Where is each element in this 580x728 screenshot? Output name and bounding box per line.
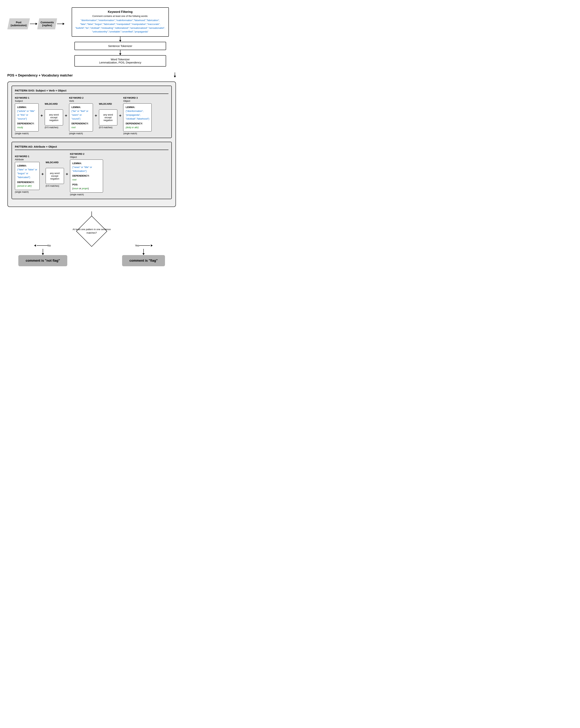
arrow-comments-to-filter bbox=[57, 24, 64, 24]
svo-kw3-lemma-label: LEMMA: bbox=[126, 106, 135, 108]
connector-2 bbox=[119, 50, 121, 55]
svo-keyword3-block: KEYWORD 3 Object LEMMA: {"disinformation… bbox=[123, 97, 152, 135]
not-flag-box: comment is "not flag" bbox=[18, 255, 67, 266]
ao-kw2-dep-value-2: {noun or propn} bbox=[72, 187, 89, 190]
arrow-left bbox=[34, 244, 36, 246]
ao-kw2-footer: (single match) bbox=[70, 193, 84, 196]
svo-wc2-footer: (0-5 matches) bbox=[99, 126, 112, 129]
yes-label-row: Yes bbox=[134, 244, 153, 247]
connector-no bbox=[42, 249, 44, 255]
svo-kw3-footer: (single match) bbox=[123, 132, 137, 135]
ao-plus-1: + bbox=[42, 172, 44, 177]
no-label: No bbox=[48, 244, 51, 247]
svo-wildcard2-block: WILDCARD any word except negation (0-5 m… bbox=[99, 103, 117, 129]
ao-wc1-inner: any word except negation bbox=[46, 168, 64, 184]
no-label-row: No bbox=[34, 244, 52, 247]
v-arrow-2 bbox=[119, 53, 121, 55]
connector-yes bbox=[142, 249, 144, 255]
keyword-filter-keywords: "disinformation","misinformation","malin… bbox=[75, 19, 165, 34]
ao-pattern-box: PATTERN AO: Attribute + Object KEYWORD 1… bbox=[11, 142, 172, 199]
ao-wc1-spacer bbox=[46, 164, 46, 167]
decision-diamond: At least one pattern in one sentence mat… bbox=[66, 218, 117, 244]
svo-kw1-dep-label: DEPENDENCY: bbox=[17, 122, 36, 126]
arrow-right bbox=[151, 244, 153, 246]
ao-kw2-dep-value-1: root bbox=[72, 178, 76, 181]
flag-box: comment is "flag" bbox=[122, 255, 165, 266]
svo-kw1-bold-label: KEYWORD 1 bbox=[15, 97, 29, 99]
svo-pattern-box: PATTERN SVO: Subject + Verb + Object KEY… bbox=[11, 86, 172, 138]
pos-arrow bbox=[174, 73, 176, 78]
main-container: PATTERN SVO: Subject + Verb + Object KEY… bbox=[7, 81, 176, 207]
svo-plus-4: + bbox=[119, 113, 122, 118]
ao-kw1-lemma-label: LEMMA: bbox=[17, 164, 27, 167]
ao-kw1-dep-label: DEPENDENCY: bbox=[17, 180, 37, 184]
svo-kw1-footer: (single match) bbox=[15, 132, 29, 135]
sentence-tokenizer-box: Sentence Tokenizer bbox=[74, 42, 166, 50]
svo-wc1-footer: (0-5 matches) bbox=[45, 126, 58, 129]
ao-pattern-row: KEYWORD 1 Attribute LEMMA: {"fake" or "f… bbox=[15, 153, 168, 196]
svo-plus-1: + bbox=[41, 113, 43, 118]
ao-plus-2: + bbox=[66, 172, 68, 177]
pos-label: POS + Dependency + Vocabulary matcher bbox=[7, 74, 73, 77]
keyword-filter-box: Keyword Filtering Comment contains at le… bbox=[72, 7, 169, 37]
post-box: Post (submission) bbox=[7, 18, 30, 29]
svo-plus-2: + bbox=[65, 113, 67, 118]
svo-kw3-dep-value: {dobj or attr} bbox=[126, 126, 138, 129]
pos-section: POS + Dependency + Vocabulary matcher bbox=[7, 70, 176, 80]
keyword-filter-title: Keyword Filtering bbox=[75, 10, 165, 14]
ao-kw2-inner: LEMMA: {"news" or "title" or"information… bbox=[70, 159, 103, 192]
v-arrow-1 bbox=[119, 40, 121, 42]
svo-kw1-label: Subject bbox=[15, 100, 23, 102]
svo-wc1-label: WILDCARD bbox=[45, 103, 58, 105]
ao-kw1-footer: (single match) bbox=[15, 191, 29, 193]
svo-keyword2-block: KEYWORD 2 Verb LEMMA: {"be" or "feel" or… bbox=[69, 97, 93, 135]
h-line-left bbox=[37, 245, 48, 246]
ao-kw1-lemma-values: {"fake" or "false" or"bogus" or"fabricat… bbox=[17, 168, 37, 179]
outcomes-row: No comment is "not flag" Yes bbox=[18, 244, 165, 266]
ao-kw2-lemma-values: {"news" or "title" or"information"} bbox=[72, 166, 92, 172]
ao-keyword2-block: KEYWORD 2 Object LEMMA: {"news" or "titl… bbox=[70, 153, 103, 196]
ao-wc1-footer: (0-5 matches) bbox=[46, 185, 59, 187]
h-line-right bbox=[139, 245, 150, 246]
svo-wc1-spacer bbox=[45, 106, 46, 108]
svo-kw2-dep-label: DEPENDENCY: bbox=[72, 122, 90, 126]
ao-pattern-title: PATTERN AO: Attribute + Object bbox=[15, 145, 168, 150]
svo-kw2-lemma-values: {"be" or "feel" or"seem" or"sound"} bbox=[72, 110, 88, 120]
ao-kw1-label: Attribute bbox=[15, 158, 24, 161]
v-line-1 bbox=[120, 37, 121, 40]
svo-kw1-lemma-label: LEMMA: bbox=[17, 106, 27, 108]
top-flow: Post (submission) Comments (replies) Key… bbox=[7, 7, 176, 67]
ao-kw2-dep-label-1: DEPENDENCY: bbox=[72, 174, 101, 178]
bottom-section: At least one pattern in one sentence mat… bbox=[7, 211, 176, 266]
svo-kw3-lemma-values: {"disinformation","propaganda","clickbai… bbox=[126, 110, 149, 120]
decision-text: At least one pattern in one sentence mat… bbox=[66, 228, 117, 234]
svo-pattern-title: PATTERN SVO: Subject + Verb + Object bbox=[15, 89, 168, 94]
ao-kw2-dep-label-2: POS: bbox=[72, 183, 101, 187]
flow-left: Post (submission) Comments (replies) bbox=[7, 18, 64, 29]
svo-kw3-bold-label: KEYWORD 3 bbox=[123, 97, 138, 99]
svo-keyword1-block: KEYWORD 1 Subject LEMMA: {"article" or "… bbox=[15, 97, 39, 135]
ao-keyword1-block: KEYWORD 1 Attribute LEMMA: {"fake" or "f… bbox=[15, 155, 39, 193]
svo-kw2-inner: LEMMA: {"be" or "feel" or"seem" or"sound… bbox=[69, 103, 93, 131]
keyword-filter-subtitle: Comment contains at least one of the fol… bbox=[75, 15, 165, 18]
svo-kw3-dep-label: DEPENDENCY: bbox=[126, 122, 149, 126]
svo-kw1-lemma-values: {"article" or "title"or "this" or"source… bbox=[17, 110, 35, 120]
right-flow: Keyword Filtering Comment contains at le… bbox=[64, 7, 176, 67]
svo-wc2-label: WILDCARD bbox=[99, 103, 112, 105]
ao-wc1-label: WILDCARD bbox=[46, 161, 59, 164]
ao-kw1-bold-label: KEYWORD 1 bbox=[15, 155, 29, 158]
svo-wc2-spacer bbox=[99, 106, 100, 108]
ao-wildcard1-block: WILDCARD any word except negation (0-5 m… bbox=[46, 161, 64, 187]
svo-kw2-dep-value: root bbox=[72, 126, 76, 129]
svo-kw3-inner: LEMMA: {"disinformation","propaganda","c… bbox=[123, 103, 152, 131]
ao-kw1-inner: LEMMA: {"fake" or "false" or"bogus" or"f… bbox=[15, 162, 39, 190]
svo-kw2-lemma-label: LEMMA: bbox=[72, 106, 81, 108]
svo-kw2-footer: (single match) bbox=[69, 132, 83, 135]
svo-wc1-inner: any word except negation bbox=[45, 109, 63, 125]
no-branch: No comment is "not flag" bbox=[18, 244, 67, 266]
yes-label: Yes bbox=[135, 244, 139, 247]
svo-plus-3: + bbox=[95, 113, 97, 118]
yes-branch: Yes comment is "flag" bbox=[122, 244, 165, 266]
svo-kw2-label: Verb bbox=[69, 100, 74, 102]
ao-kw2-bold-label: KEYWORD 2 bbox=[70, 153, 84, 155]
